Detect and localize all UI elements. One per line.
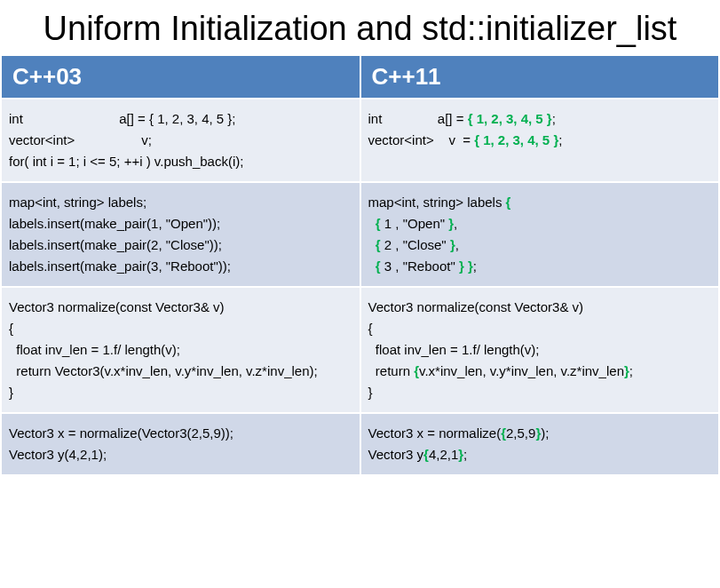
table-row: int a[] = { 1, 2, 3, 4, 5 }; vector<int>… <box>1 99 719 182</box>
comparison-table: C++03 C++11 int a[] = { 1, 2, 3, 4, 5 };… <box>0 54 720 476</box>
header-cpp03: C++03 <box>1 55 360 99</box>
cell-cpp11: Vector3 normalize(const Vector3& v) { fl… <box>360 287 720 413</box>
cell-cpp11: map<int, string> labels { { 1 , "Open" }… <box>360 182 720 287</box>
table-row: Vector3 x = normalize(Vector3(2,5,9)); V… <box>1 413 719 475</box>
table-row: map<int, string> labels; labels.insert(m… <box>1 182 719 287</box>
cell-cpp03: Vector3 x = normalize(Vector3(2,5,9)); V… <box>1 413 360 475</box>
slide-title: Uniform Initialization and std::initiali… <box>0 0 720 54</box>
cell-cpp03: map<int, string> labels; labels.insert(m… <box>1 182 360 287</box>
cell-cpp11: Vector3 x = normalize({2,5,9}); Vector3 … <box>360 413 720 475</box>
cell-cpp03: int a[] = { 1, 2, 3, 4, 5 }; vector<int>… <box>1 99 360 182</box>
header-cpp11: C++11 <box>360 55 720 99</box>
cell-cpp03: Vector3 normalize(const Vector3& v) { fl… <box>1 287 360 413</box>
table-row: Vector3 normalize(const Vector3& v) { fl… <box>1 287 719 413</box>
cell-cpp11: int a[] = { 1, 2, 3, 4, 5 }; vector<int>… <box>360 99 720 182</box>
